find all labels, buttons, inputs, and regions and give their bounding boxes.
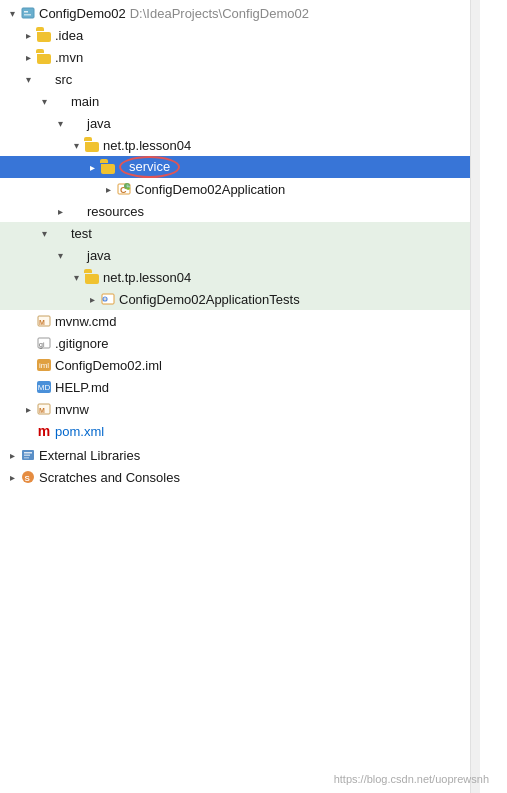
svg-text:S: S bbox=[25, 474, 31, 483]
scratches-icon: S bbox=[20, 469, 36, 485]
service-label: service bbox=[119, 156, 180, 178]
src-label: src bbox=[55, 73, 72, 86]
arrow-external-libs bbox=[4, 447, 20, 463]
pom-label: pom.xml bbox=[55, 425, 104, 438]
tree-item-net-tp-test[interactable]: net.tp.lesson04 bbox=[0, 266, 470, 288]
test-folder-icon bbox=[52, 225, 68, 241]
tree-item-resources[interactable]: resources bbox=[0, 200, 470, 222]
arrow-java-test bbox=[52, 247, 68, 263]
svg-rect-19 bbox=[24, 457, 29, 459]
mvnw-label: mvnw bbox=[55, 403, 89, 416]
java-test-label: java bbox=[87, 249, 111, 262]
tree-item-java[interactable]: java bbox=[0, 112, 470, 134]
tree-item-mvn[interactable]: .mvn bbox=[0, 46, 470, 68]
tree-item-main[interactable]: main bbox=[0, 90, 470, 112]
svg-rect-2 bbox=[24, 14, 31, 16]
tree-item-mvnw[interactable]: M mvnw bbox=[0, 398, 470, 420]
net-tp-test-label: net.tp.lesson04 bbox=[103, 271, 191, 284]
tree-item-net-tp[interactable]: net.tp.lesson04 bbox=[0, 134, 470, 156]
root-label: ConfigDemo02 bbox=[39, 7, 126, 20]
idea-label: .idea bbox=[55, 29, 83, 42]
tree-item-app-tests[interactable]: ConfigDemo02ApplicationTests bbox=[0, 288, 470, 310]
svg-text:🍃: 🍃 bbox=[125, 184, 132, 191]
tree-item-root[interactable]: ConfigDemo02 D:\IdeaProjects\ConfigDemo0… bbox=[0, 2, 470, 24]
svg-rect-17 bbox=[24, 452, 32, 454]
mvnw-icon: M bbox=[36, 401, 52, 417]
arrow-app bbox=[100, 181, 116, 197]
resources-label: resources bbox=[87, 205, 144, 218]
java-folder-icon bbox=[68, 115, 84, 131]
tree-item-scratches[interactable]: S Scratches and Consoles bbox=[0, 466, 470, 488]
arrow-idea bbox=[20, 27, 36, 43]
app-tests-label: ConfigDemo02ApplicationTests bbox=[119, 293, 300, 306]
arrow-net-tp-test bbox=[68, 269, 84, 285]
tree-item-pom[interactable]: m pom.xml bbox=[0, 420, 470, 442]
java-label: java bbox=[87, 117, 111, 130]
arrow-main bbox=[36, 93, 52, 109]
java-test-folder-icon bbox=[68, 247, 84, 263]
external-libs-icon bbox=[20, 447, 36, 463]
iml-icon: iml bbox=[36, 357, 52, 373]
test-label: test bbox=[71, 227, 92, 240]
tree-item-iml[interactable]: iml ConfigDemo02.iml bbox=[0, 354, 470, 376]
external-libs-label: External Libraries bbox=[39, 449, 140, 462]
net-tp-test-folder-icon bbox=[84, 269, 100, 285]
svg-text:M: M bbox=[39, 407, 45, 414]
arrow-service bbox=[84, 159, 100, 175]
tree-item-app[interactable]: C 🍃 ConfigDemo02Application bbox=[0, 178, 470, 200]
main-label: main bbox=[71, 95, 99, 108]
arrow-app-tests bbox=[84, 291, 100, 307]
arrow-resources bbox=[52, 203, 68, 219]
folder-icon-idea bbox=[36, 27, 52, 43]
app-label: ConfigDemo02Application bbox=[135, 183, 285, 196]
arrow-test bbox=[36, 225, 52, 241]
watermark: https://blog.csdn.net/uoprewsnh bbox=[334, 773, 489, 785]
main-folder-icon bbox=[52, 93, 68, 109]
svg-rect-1 bbox=[24, 11, 28, 13]
svg-rect-7 bbox=[102, 294, 114, 304]
tree-item-help-md[interactable]: MD HELP.md bbox=[0, 376, 470, 398]
tree-item-src[interactable]: src bbox=[0, 68, 470, 90]
arrow-root bbox=[4, 5, 20, 21]
src-folder-icon bbox=[36, 71, 52, 87]
arrow-mvn bbox=[20, 49, 36, 65]
project-icon bbox=[20, 5, 36, 21]
net-tp-folder-icon bbox=[84, 137, 100, 153]
help-md-label: HELP.md bbox=[55, 381, 109, 394]
scrollbar[interactable] bbox=[470, 0, 480, 793]
md-icon: MD bbox=[36, 379, 52, 395]
tree-item-idea[interactable]: .idea bbox=[0, 24, 470, 46]
svg-point-9 bbox=[104, 298, 106, 300]
service-folder-icon bbox=[100, 159, 116, 175]
mvnw-cmd-label: mvnw.cmd bbox=[55, 315, 116, 328]
svg-text:gi: gi bbox=[39, 341, 45, 349]
arrow-src bbox=[20, 71, 36, 87]
svg-text:M: M bbox=[39, 319, 45, 326]
tree-item-mvnw-cmd[interactable]: M mvnw.cmd bbox=[0, 310, 470, 332]
svg-rect-18 bbox=[24, 455, 30, 457]
net-tp-label: net.tp.lesson04 bbox=[103, 139, 191, 152]
tree-item-test[interactable]: test bbox=[0, 222, 470, 244]
tree-item-java-test[interactable]: java bbox=[0, 244, 470, 266]
mvn-label: .mvn bbox=[55, 51, 83, 64]
arrow-java bbox=[52, 115, 68, 131]
svg-rect-0 bbox=[22, 8, 34, 18]
gitignore-icon: gi bbox=[36, 335, 52, 351]
mvnw-cmd-icon: M bbox=[36, 313, 52, 329]
scratches-label: Scratches and Consoles bbox=[39, 471, 180, 484]
tree-item-service[interactable]: service bbox=[0, 156, 470, 178]
arrow-scratches bbox=[4, 469, 20, 485]
pom-icon: m bbox=[36, 423, 52, 439]
arrow-mvnw bbox=[20, 401, 36, 417]
tree-item-gitignore[interactable]: gi .gitignore bbox=[0, 332, 470, 354]
arrow-net-tp bbox=[68, 137, 84, 153]
resources-folder-icon bbox=[68, 203, 84, 219]
spring-java-icon: C 🍃 bbox=[116, 181, 132, 197]
gitignore-label: .gitignore bbox=[55, 337, 108, 350]
folder-icon-mvn bbox=[36, 49, 52, 65]
tree-item-external-libs[interactable]: External Libraries bbox=[0, 444, 470, 466]
spring-java-test-icon bbox=[100, 291, 116, 307]
iml-label: ConfigDemo02.iml bbox=[55, 359, 162, 372]
project-tree[interactable]: ConfigDemo02 D:\IdeaProjects\ConfigDemo0… bbox=[0, 0, 470, 793]
root-path: D:\IdeaProjects\ConfigDemo02 bbox=[130, 6, 309, 21]
